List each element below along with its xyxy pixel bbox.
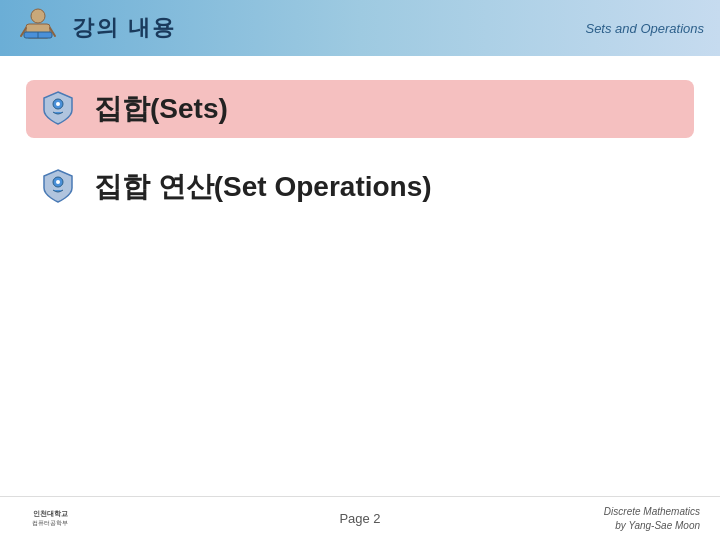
item-icon-1: [40, 90, 78, 128]
footer-page: Page 2: [339, 511, 380, 526]
footer: 인천대학교 컴퓨터공학부 Page 2 Discrete Mathematics…: [0, 496, 720, 540]
header-icon: [16, 6, 60, 50]
item2-text: 집합 연산(Set Operations): [94, 168, 432, 206]
item1-text: 집합(Sets): [94, 90, 228, 128]
header-subtitle: Sets and Operations: [585, 21, 704, 36]
item-icon-2: [40, 168, 78, 206]
footer-logo-line1: 인천대학교: [33, 509, 68, 519]
footer-logo: 인천대학교 컴퓨터공학부: [20, 505, 80, 533]
footer-logo-line2: 컴퓨터공학부: [32, 519, 68, 528]
svg-point-0: [31, 9, 45, 23]
header-bar: 강의 내용 Sets and Operations: [0, 0, 720, 56]
svg-point-7: [56, 102, 60, 106]
item-row-sets: 집합(Sets): [26, 80, 694, 138]
header-title: 강의 내용: [72, 13, 176, 43]
footer-credit-line2: by Yang-Sae Moon: [615, 520, 700, 531]
footer-credit: Discrete Mathematics by Yang-Sae Moon: [604, 505, 700, 533]
footer-credit-line1: Discrete Mathematics: [604, 506, 700, 517]
content-area: 집합(Sets) 집합 연산(Set Operations): [0, 56, 720, 260]
item-row-set-operations: 집합 연산(Set Operations): [26, 158, 694, 216]
svg-point-9: [56, 180, 60, 184]
